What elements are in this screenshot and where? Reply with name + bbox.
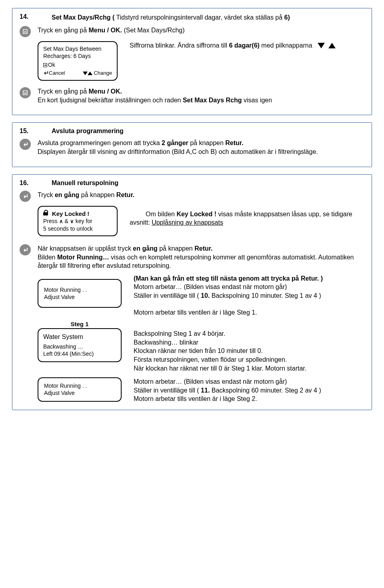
arrow-up-icon [328, 43, 336, 48]
confirm-signal-text: En kort ljudsignal bekräftar inställning… [38, 96, 272, 105]
keylock-l2: Press ∧ & ∨ key for [43, 217, 112, 225]
press-menu-text-2: Tryck en gång på Menu / OK. [38, 87, 272, 96]
lock-icon [43, 210, 48, 215]
lcd-change: Change [83, 70, 112, 77]
heading-16: 16. Manuell returspolning [20, 179, 364, 187]
lcd-water-system: Water System Backwashing … Left 09:44 (M… [38, 328, 122, 362]
lcd-motor2-l1: Motor Running . . [44, 382, 115, 389]
lcd-line2: Recharges: 6 Days [43, 52, 112, 60]
lcd-cancel-icon [43, 70, 48, 77]
motor2-right: Motorn arbetar… (Bilden visas endast när… [134, 377, 364, 403]
left-lcd-col-3: Motor Running . . Adjust Valve [38, 377, 122, 401]
menu-icon-col [20, 26, 38, 37]
lcd-motor1-l2: Adjust Valve [44, 293, 115, 301]
s15-line1: Avsluta programmeringen genom att trycka… [38, 139, 318, 147]
s16-after-text: När knappsatsen är upplåst tryck en gång… [38, 244, 364, 270]
m1-t2: Ställer in ventilläge till ( 10. Backspo… [134, 291, 364, 300]
left-lcd-col-2: Steg 1 Water System Backwashing … Left 0… [38, 318, 122, 362]
section-15: 15. Avsluta programmering Avsluta progra… [12, 122, 372, 167]
menu-icon-col-2 [20, 87, 38, 98]
press-menu-row-1: Tryck en gång på Menu / OK. (Set Max Day… [20, 26, 364, 37]
arrow-down-icon [318, 43, 325, 48]
ws-t4: Första returspolningen, vatten flödar ur… [134, 355, 364, 364]
heading-text: Set Max Days/Rchg ( Tidstyrd returspolni… [52, 13, 290, 22]
change-digits-text: Siffrorna blinkar. Ändra siffrorna till … [130, 41, 364, 50]
lcd-line1: Set Max Days Between [43, 45, 112, 52]
return-icon-col-3 [20, 244, 38, 255]
heading-15: 15. Avsluta programmering [20, 128, 364, 135]
heading-14: 14. Set Max Days/Rchg ( Tidstyrd retursp… [20, 13, 364, 22]
press-menu-row-2: Tryck en gång på Menu / OK. En kort ljud… [20, 87, 364, 104]
lcd-motor-1: Motor Running . . Adjust Valve [38, 279, 122, 308]
step1-label: Steg 1 [38, 321, 122, 327]
ws-right: Backspolning Steg 1 av 4 börjar. Backwas… [134, 318, 364, 373]
lcd-keylocked: Key Locked ! Press ∧ & ∨ key for 5 secon… [38, 206, 118, 237]
return-icon-col [20, 139, 38, 150]
section-number: 14. [20, 13, 52, 20]
ws-t3: Klockan räknar ner tiden från 10 minuter… [134, 347, 364, 355]
svg-rect-1 [24, 32, 26, 32]
s16-press-text: Tryck en gång på knappen Retur. [38, 191, 134, 199]
ws-t5: När klockan har räknat ner till 0 är Ste… [134, 364, 364, 373]
lcd-motor2-l2: Adjust Valve [44, 389, 115, 397]
keylock-right-text: Om bilden Key Locked ! visas måste knapp… [130, 206, 364, 227]
chevron-up-icon: ∧ [59, 218, 63, 225]
lcd-and-instruction: Set Max Days Between Recharges: 6 Days O… [38, 41, 364, 81]
ws-l2: Backwashing … [43, 343, 116, 350]
return-icon-col-2 [20, 191, 38, 202]
section-15-body: Avsluta programmeringen genom att trycka… [20, 139, 364, 156]
m1-t1: Motorn arbetar… (Bilden visas endast när… [134, 283, 364, 291]
lcd-motor1-l1: Motor Running . . [44, 286, 115, 293]
heading-text: Manuell returspolning [52, 179, 118, 187]
heading-text: Avsluta programmering [52, 128, 124, 135]
menu-ok-icon [20, 87, 31, 98]
lcd-ok-row: Ok [43, 61, 112, 68]
lcd-motor-2: Motor Running . . Adjust Valve [38, 377, 122, 401]
lcd-ok-icon [43, 63, 47, 67]
m1-gap: Motorn arbetar tills ventilen är i läge … [134, 308, 364, 317]
press-menu-text-1: Tryck en gång på Menu / OK. (Set Max Day… [38, 26, 185, 35]
ws-l3: Left 09:44 (Min:Sec) [43, 350, 116, 357]
motor-block-1: Motor Running . . Adjust Valve (Man kan … [38, 274, 364, 317]
section-number: 15. [20, 128, 52, 135]
small-down-icon [83, 72, 88, 75]
svg-rect-3 [24, 93, 26, 94]
s16-after-row: När knappsatsen är upplåst tryck en gång… [20, 244, 364, 270]
ws-t1: Backspolning Steg 1 av 4 börjar. [134, 329, 364, 338]
keylock-l1: Key Locked ! [43, 210, 112, 218]
after-line1: När knappsatsen är upplåst tryck en gång… [38, 244, 364, 253]
return-icon [20, 139, 31, 150]
after-line2: Bilden Motor Running… visas och en kompl… [38, 253, 364, 270]
section-14: 14. Set Max Days/Rchg ( Tidstyrd retursp… [12, 8, 372, 115]
ws-l1: Water System [43, 333, 116, 341]
water-system-block: Steg 1 Water System Backwashing … Left 0… [38, 318, 364, 373]
menu-ok-icon [20, 26, 31, 37]
s15-line2: Displayen återgår till visning av drifti… [38, 147, 318, 156]
s16-press-row: Tryck en gång på knappen Retur. [20, 191, 364, 202]
confirm-text-block: Tryck en gång på Menu / OK. En kort ljud… [38, 87, 272, 104]
small-up-icon [88, 72, 92, 75]
section-number: 16. [20, 179, 52, 187]
m2-t1: Motorn arbetar… (Bilden visas endast när… [134, 377, 364, 386]
s15-text: Avsluta programmeringen genom att trycka… [38, 139, 318, 156]
keylock-l3: 5 seconds to unlock [43, 225, 112, 232]
bold-instruction: (Man kan gå från ett steg till nästa gen… [134, 274, 364, 283]
left-lcd-col-1: Motor Running . . Adjust Valve [38, 274, 122, 308]
return-icon [20, 191, 31, 202]
m2-t2: Ställer in ventilläge till ( 11. Backspo… [134, 386, 364, 395]
ws-t2: Backwashing… blinkar [134, 338, 364, 347]
m2-t3: Motorn arbetar tills ventilen är i läge … [134, 395, 364, 403]
return-icon [20, 244, 31, 255]
lcd-max-days: Set Max Days Between Recharges: 6 Days O… [38, 41, 118, 81]
motor-block-2: Motor Running . . Adjust Valve Motorn ar… [38, 377, 364, 403]
lcd-bottom-row: Cancel Change [43, 70, 112, 77]
section-16: 16. Manuell returspolning Tryck en gång … [12, 174, 372, 410]
keylock-row: Key Locked ! Press ∧ & ∨ key for 5 secon… [38, 206, 364, 237]
chevron-down-icon: ∨ [70, 218, 74, 225]
motor1-right: (Man kan gå från ett steg till nästa gen… [134, 274, 364, 317]
lcd-cancel: Cancel [43, 70, 65, 77]
